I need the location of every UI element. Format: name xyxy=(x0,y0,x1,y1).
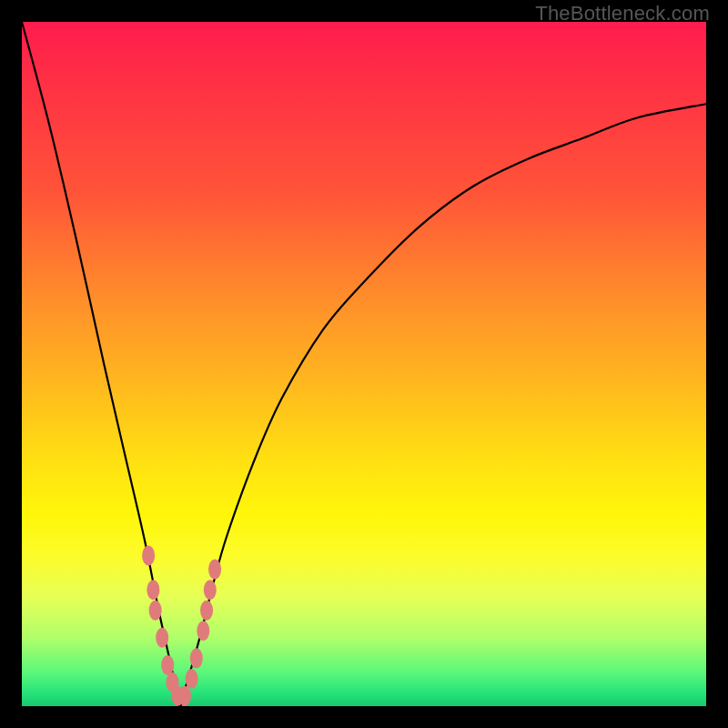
data-marker xyxy=(161,655,174,675)
data-marker xyxy=(156,628,168,648)
data-marker xyxy=(197,621,209,641)
data-marker xyxy=(186,669,198,689)
chart-frame: TheBottleneck.com xyxy=(0,0,728,728)
data-marker xyxy=(204,580,217,600)
data-marker xyxy=(178,686,191,706)
data-marker xyxy=(149,601,162,621)
data-marker xyxy=(200,601,213,621)
bottleneck-curve xyxy=(22,22,706,706)
watermark-text: TheBottleneck.com xyxy=(535,2,710,25)
data-marker xyxy=(147,580,159,600)
marker-layer xyxy=(142,546,221,706)
data-marker xyxy=(190,648,203,668)
chart-svg xyxy=(22,22,706,706)
data-marker xyxy=(208,560,221,580)
data-marker xyxy=(142,546,155,566)
curve-layer xyxy=(22,22,706,706)
